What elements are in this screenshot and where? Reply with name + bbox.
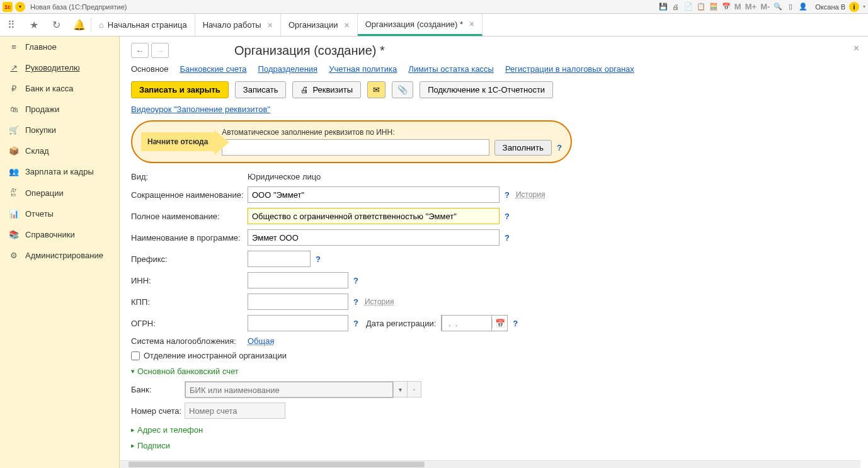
m-button[interactable]: M [734, 2, 741, 11]
section-bank-toggle[interactable]: ▾Основной банковский счет [131, 367, 857, 376]
help-icon[interactable]: ? [505, 212, 510, 221]
calendar-icon[interactable]: 📅 [722, 3, 731, 11]
save-close-button[interactable]: Записать и закрыть [131, 81, 229, 98]
prog-name-input[interactable] [248, 229, 500, 246]
horizontal-scrollbar[interactable] [120, 460, 860, 468]
m-minus-button[interactable]: M- [760, 2, 770, 11]
back-button[interactable]: ← [131, 43, 149, 58]
subtab-tax-reg[interactable]: Регистрации в налоговых органах [505, 64, 634, 74]
section-signatures-toggle[interactable]: ▸Подписи [131, 441, 857, 450]
subtabs: Основное Банковские счета Подразделения … [131, 64, 857, 74]
sidebar-item-admin[interactable]: ⚙Администрирование [0, 245, 119, 266]
section-address-toggle[interactable]: ▸Адрес и телефон [131, 425, 857, 435]
print2-icon[interactable]: 📄 [684, 3, 693, 11]
sidebar-item-bank[interactable]: ₽Банк и касса [0, 78, 119, 99]
history-link[interactable]: История [516, 190, 545, 199]
help-icon[interactable]: ? [513, 319, 518, 328]
foreign-org-checkbox[interactable] [131, 351, 140, 360]
tab-org-create[interactable]: Организация (создание) * × [358, 14, 483, 36]
sidebar-item-sales[interactable]: 🛍Продажи [0, 99, 119, 120]
short-name-label: Сокращенное наименование: [131, 190, 248, 200]
inn-autofill-input[interactable] [222, 139, 489, 156]
close-icon[interactable]: × [469, 19, 474, 29]
forward-button[interactable]: → [151, 43, 169, 58]
sidebar-item-purchases[interactable]: 🛒Покупки [0, 120, 119, 140]
tax-value-link[interactable]: Общая [248, 336, 275, 346]
sidebar-item-refs[interactable]: 📚Справочники [0, 224, 119, 245]
bank-input[interactable] [185, 382, 393, 398]
prefix-label: Префикс: [131, 254, 248, 264]
reg-date-input[interactable]: 📅 [441, 315, 508, 331]
calc-icon[interactable]: 🧮 [709, 3, 718, 11]
apps-icon[interactable]: ⠿ [0, 14, 23, 36]
help-icon[interactable]: ? [557, 143, 562, 152]
tab-home[interactable]: ⌂ Начальная страница [91, 14, 195, 36]
scrollbar-thumb[interactable] [128, 462, 425, 467]
sidebar-item-ops[interactable]: ДтКтОперации [0, 182, 119, 203]
inn-input[interactable] [248, 272, 348, 288]
full-name-input[interactable] [248, 208, 500, 224]
close-page-icon[interactable]: × [854, 43, 859, 54]
short-name-input[interactable] [248, 186, 500, 203]
panel-icon[interactable]: ▯ [786, 3, 795, 11]
help-icon[interactable]: ? [505, 233, 510, 243]
chevron-down-icon: ▾ [131, 367, 135, 375]
attach-button[interactable]: 📎 [392, 81, 413, 98]
subtab-policy[interactable]: Учетная политика [329, 64, 397, 74]
dropdown-icon[interactable]: ▾ [393, 382, 407, 397]
titlebar: 1c ▾ Новая база (1С:Предприятие) 💾 🖨 📄 📋… [0, 0, 868, 14]
bell-icon[interactable]: 🔔 [68, 14, 91, 36]
info-icon[interactable]: i [849, 2, 859, 12]
sidebar-item-manager[interactable]: ↗Руководителю [0, 57, 119, 78]
subtab-limits[interactable]: Лимиты остатка кассы [408, 64, 494, 74]
kpp-input[interactable] [248, 294, 348, 310]
history-icon[interactable]: ↻ [45, 14, 68, 36]
fill-button[interactable]: Заполнить [494, 140, 552, 156]
sidebar-item-main[interactable]: ≡Главное [0, 37, 119, 57]
app-title: Новая база (1С:Предприятие) [30, 3, 127, 11]
reg-date-field[interactable] [442, 315, 492, 331]
box-icon: 📦 [9, 146, 19, 156]
bars-icon: 📊 [9, 209, 19, 219]
close-icon[interactable]: × [345, 20, 350, 30]
prefix-input[interactable] [248, 251, 311, 267]
sidebar-item-warehouse[interactable]: 📦Склад [0, 140, 119, 161]
ogrn-label: ОГРН: [131, 319, 248, 328]
user-name[interactable]: Оксана В [815, 3, 845, 11]
zoom-icon[interactable]: 🔍 [774, 3, 782, 11]
tab-orgs[interactable]: Организации × [281, 14, 358, 36]
bank-select[interactable]: ▾ ▫ [185, 381, 421, 397]
star-icon[interactable]: ★ [23, 14, 45, 36]
video-link[interactable]: Видеоурок "Заполнение реквизитов" [131, 105, 270, 114]
subtab-divisions[interactable]: Подразделения [258, 64, 318, 74]
help-icon[interactable]: ? [353, 297, 358, 307]
help-icon[interactable]: ? [505, 190, 510, 200]
open-icon[interactable]: ▫ [407, 382, 421, 397]
calendar-icon[interactable]: 📅 [492, 319, 507, 328]
start-here-label: Начните отсюда [141, 132, 214, 151]
save-icon[interactable]: 💾 [659, 3, 668, 11]
m-plus-button[interactable]: M+ [745, 2, 757, 11]
sidebar: ≡Главное ↗Руководителю ₽Банк и касса 🛍Пр… [0, 37, 120, 468]
subtab-main[interactable]: Основное [131, 64, 169, 74]
connect-1c-button[interactable]: Подключение к 1С-Отчетности [420, 81, 553, 98]
sidebar-item-hr[interactable]: 👥Зарплата и кадры [0, 161, 119, 182]
info-dropdown-icon[interactable]: ▾ [863, 4, 865, 9]
history-link[interactable]: История [365, 297, 394, 306]
print-icon[interactable]: 🖨 [671, 3, 680, 11]
save-button[interactable]: Записать [235, 81, 287, 98]
help-icon[interactable]: ? [353, 276, 358, 285]
doc-icon[interactable]: 📋 [697, 3, 705, 11]
close-icon[interactable]: × [268, 20, 273, 30]
tab-start[interactable]: Начало работы × [195, 14, 281, 36]
account-label: Номер счета: [131, 406, 185, 416]
requisites-button[interactable]: 🖨Реквизиты [292, 81, 361, 98]
mail-button[interactable]: ✉ [367, 81, 385, 98]
help-icon[interactable]: ? [316, 254, 321, 264]
title-dropdown-icon[interactable]: ▾ [15, 2, 25, 12]
sidebar-item-reports[interactable]: 📊Отчеты [0, 203, 119, 224]
ogrn-input[interactable] [248, 315, 348, 331]
help-icon[interactable]: ? [353, 319, 358, 328]
account-input[interactable] [185, 402, 285, 419]
subtab-bank[interactable]: Банковские счета [180, 64, 247, 74]
